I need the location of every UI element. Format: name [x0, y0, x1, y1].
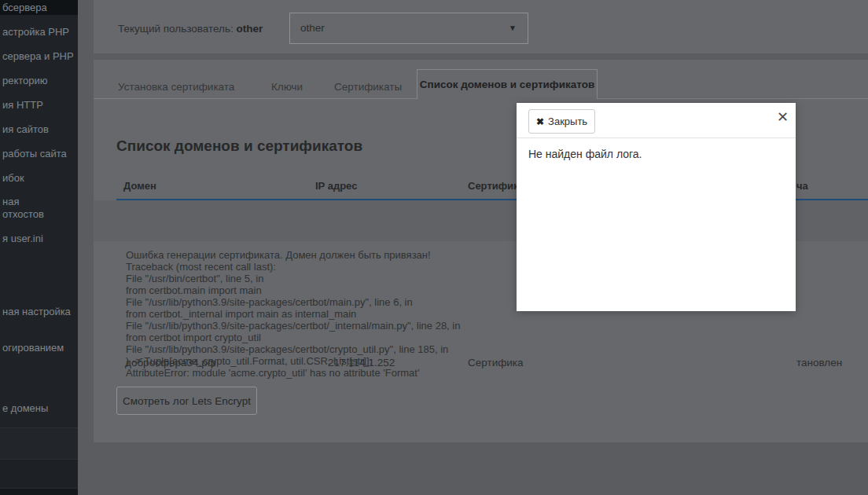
sidebar-item-vhosts[interactable]: ная отхостов: [2, 196, 44, 221]
log-line: AttributeError: module 'acme.crypto_util…: [126, 367, 460, 379]
current-user-text: Текущий пользователь:: [118, 23, 234, 35]
sidebar-item-logging[interactable]: огированием: [2, 342, 64, 354]
sidebar-item-user-ini[interactable]: я user.ini: [2, 233, 43, 245]
topbar: Текущий пользователь: other other ▼: [94, 0, 868, 53]
log-line: File "/usr/lib/python3.9/site-packages/c…: [126, 296, 460, 308]
current-user-value: other: [236, 23, 263, 35]
modal-close-button[interactable]: ✖ Закрыть: [528, 109, 595, 134]
log-line: from certbot.main import main: [126, 284, 460, 296]
log-line: File "/usr/lib/python3.9/site-packages/c…: [126, 343, 460, 355]
tab-certificates[interactable]: Сертификаты: [334, 81, 402, 93]
sidebar-footer-section: [0, 428, 78, 459]
log-line: ) -> Tuple[acme_crypto_util.Format, util…: [126, 355, 460, 367]
sidebar: бсервера астройка PHP сервера и PHP рект…: [0, 0, 78, 495]
sidebar-item-errors[interactable]: ибок: [2, 172, 24, 185]
view-log-button-label: Смотреть лог Lets Encrypt: [123, 395, 251, 407]
modal-body-text: Не найден файл лога.: [528, 148, 642, 160]
sidebar-footer-section: [0, 460, 78, 488]
sidebar-item-sites[interactable]: ия сайтов: [2, 123, 49, 136]
tab-keys[interactable]: Ключи: [271, 81, 303, 93]
sidebar-item-webserver[interactable]: бсервера: [2, 2, 47, 14]
sidebar-item-server-and-php[interactable]: сервера и PHP: [2, 50, 74, 63]
column-header-domain: Домен: [123, 180, 156, 192]
log-line: Traceback (most recent call last):: [126, 261, 460, 273]
log-line: Ошибка генерации сертификата. Домен долж…: [126, 249, 460, 261]
column-header-key-status: ча: [796, 180, 808, 192]
page-title: Список доменов и сертификатов: [116, 138, 362, 155]
close-icon: ✖: [536, 116, 544, 127]
log-line: File "/usr/lib/python3.9/site-packages/c…: [126, 320, 460, 332]
view-lets-encrypt-log-button[interactable]: Смотреть лог Lets Encrypt: [116, 387, 257, 415]
tab-domains-and-certificates[interactable]: Список доменов и сертификатов: [417, 69, 598, 99]
user-select[interactable]: other ▼: [289, 13, 528, 44]
tab-active-label: Список доменов и сертификатов: [420, 79, 594, 90]
column-header-certificate: Сертифик: [468, 180, 519, 192]
log-line: from certbot._internal import main as in…: [126, 308, 460, 320]
sidebar-item-php-settings[interactable]: астройка PHP: [2, 26, 69, 38]
cell-status: тановлен: [796, 357, 842, 368]
user-select-value: other: [300, 22, 325, 34]
sidebar-item-directory[interactable]: ректорию: [2, 75, 48, 87]
sidebar-item-http[interactable]: ия HTTP: [2, 99, 43, 112]
chevron-down-icon: ▼: [509, 24, 517, 32]
current-user-label: Текущий пользователь: other: [118, 23, 263, 35]
sidebar-item-domains[interactable]: е домены: [2, 402, 48, 415]
column-header-ip: IP адрес: [315, 180, 357, 192]
modal-close-button-label: Закрыть: [548, 116, 587, 127]
log-modal: ✖ Закрыть ✕ Не найден файл лога.: [517, 103, 796, 311]
log-line: File "/usr/bin/certbot", line 5, in: [126, 273, 460, 284]
modal-header: ✖ Закрыть ✕: [517, 103, 796, 138]
certbot-error-log: Ошибка генерации сертификата. Домен долж…: [126, 249, 460, 379]
x-icon[interactable]: ✕: [777, 110, 789, 124]
sidebar-footer-section: [0, 489, 78, 495]
cell-certificate: Сертифика: [468, 357, 524, 368]
sidebar-item-site-operation[interactable]: работы сайта: [2, 148, 67, 160]
tab-install-certificate[interactable]: Установка сертификата: [118, 81, 234, 93]
log-line: from certbot import crypto_util: [126, 332, 460, 343]
sidebar-item-settings[interactable]: ная настройка: [2, 306, 71, 318]
